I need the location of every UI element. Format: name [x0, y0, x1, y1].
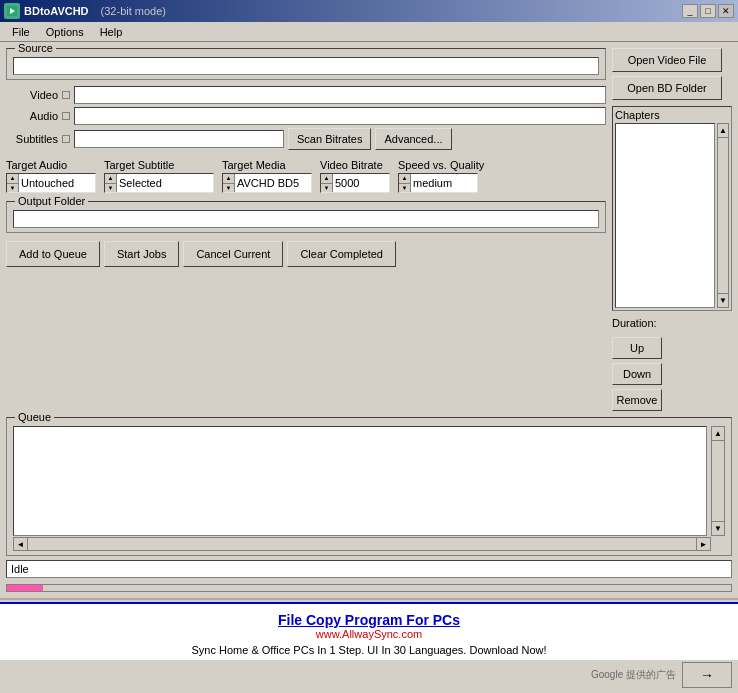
video-label: Video — [6, 89, 58, 101]
output-folder-label: Output Folder — [15, 195, 88, 207]
remove-button[interactable]: Remove — [612, 389, 662, 411]
video-bitrate-value: 5000 — [333, 176, 361, 190]
status-bar: Idle — [6, 560, 732, 578]
video-row: Video — [6, 86, 606, 104]
progress-bar-container — [6, 584, 732, 592]
menu-options[interactable]: Options — [38, 24, 92, 40]
clear-completed-button[interactable]: Clear Completed — [287, 241, 396, 267]
ad-arrow-button[interactable]: → — [682, 662, 732, 688]
app-title: BDtoAVCHD — [24, 5, 89, 17]
target-audio-down[interactable]: ▼ — [7, 184, 18, 193]
target-media-value: AVCHD BD5 — [235, 176, 301, 190]
subtitles-row: Subtitles Scan Bitrates Advanced... — [6, 128, 606, 150]
open-video-button[interactable]: Open Video File — [612, 48, 722, 72]
minimize-button[interactable]: _ — [682, 4, 698, 18]
chapters-label: Chapters — [615, 109, 729, 121]
arrow-icon: → — [700, 667, 714, 683]
open-bd-button[interactable]: Open BD Folder — [612, 76, 722, 100]
audio-spin-icon — [62, 112, 70, 120]
actions-row: Add to Queue Start Jobs Cancel Current C… — [6, 241, 606, 267]
title-bar: BDtoAVCHD (32-bit mode) _ □ ✕ — [0, 0, 738, 22]
app-mode: (32-bit mode) — [101, 5, 166, 17]
scan-bitrates-button[interactable]: Scan Bitrates — [288, 128, 371, 150]
target-subtitle-value: Selected — [117, 176, 164, 190]
speed-quality-label: Speed vs. Quality — [398, 159, 484, 171]
ad-bottom: Google 提供的广告 → — [0, 660, 738, 690]
video-bitrate-up[interactable]: ▲ — [321, 174, 332, 184]
ad-banner: File Copy Program For PCs www.AllwaySync… — [0, 602, 738, 660]
video-input[interactable] — [74, 86, 606, 104]
start-jobs-button[interactable]: Start Jobs — [104, 241, 180, 267]
queue-scroll-down[interactable]: ▼ — [712, 521, 724, 535]
ad-description: Sync Home & Office PCs In 1 Step. UI In … — [4, 644, 734, 656]
menu-file[interactable]: File — [4, 24, 38, 40]
duration-label: Duration: — [612, 317, 732, 329]
scroll-down-arrow[interactable]: ▼ — [718, 293, 728, 307]
speed-quality-up[interactable]: ▲ — [399, 174, 410, 184]
video-bitrate-down[interactable]: ▼ — [321, 184, 332, 193]
audio-label: Audio — [6, 110, 58, 122]
status-text: Idle — [11, 563, 29, 575]
speed-quality-down[interactable]: ▼ — [399, 184, 410, 193]
source-label: Source — [15, 42, 56, 54]
queue-textarea[interactable] — [13, 426, 707, 536]
close-button[interactable]: ✕ — [718, 4, 734, 18]
audio-input[interactable] — [74, 107, 606, 125]
down-button[interactable]: Down — [612, 363, 662, 385]
audio-row: Audio — [6, 107, 606, 125]
app-icon — [4, 3, 20, 19]
queue-group: Queue ▲ ▼ ◄ ► — [6, 417, 732, 556]
source-input[interactable] — [13, 57, 599, 75]
target-subtitle-down[interactable]: ▼ — [105, 184, 116, 193]
queue-scrollbar[interactable]: ▲ ▼ — [711, 426, 725, 536]
maximize-button[interactable]: □ — [700, 4, 716, 18]
queue-section: Queue ▲ ▼ ◄ ► — [6, 417, 732, 556]
target-media-label: Target Media — [222, 159, 286, 171]
queue-scroll-up[interactable]: ▲ — [712, 427, 724, 441]
chapters-list[interactable] — [615, 123, 715, 308]
ad-title[interactable]: File Copy Program For PCs — [4, 612, 734, 628]
chapters-scrollbar[interactable]: ▲ ▼ — [717, 123, 729, 308]
speed-quality-value: medium — [411, 176, 454, 190]
menu-help[interactable]: Help — [92, 24, 131, 40]
target-media-down[interactable]: ▼ — [223, 184, 234, 193]
output-folder-group: Output Folder — [6, 201, 606, 233]
queue-label: Queue — [15, 411, 54, 423]
google-label: Google 提供的广告 — [591, 668, 676, 682]
hscroll-right[interactable]: ► — [696, 538, 710, 550]
target-subtitle-up[interactable]: ▲ — [105, 174, 116, 184]
hscroll-left[interactable]: ◄ — [14, 538, 28, 550]
subtitles-spin-icon — [62, 135, 70, 143]
scroll-up-arrow[interactable]: ▲ — [718, 124, 728, 138]
source-group: Source — [6, 48, 606, 80]
cancel-current-button[interactable]: Cancel Current — [183, 241, 283, 267]
video-spin-icon — [62, 91, 70, 99]
up-button[interactable]: Up — [612, 337, 662, 359]
target-subtitle-label: Target Subtitle — [104, 159, 174, 171]
target-media-up[interactable]: ▲ — [223, 174, 234, 184]
dropdowns-row: Target Audio ▲ ▼ Untouched Target Subtit… — [6, 159, 606, 193]
output-folder-input[interactable] — [13, 210, 599, 228]
menu-bar: File Options Help — [0, 22, 738, 42]
subtitles-input[interactable] — [74, 130, 284, 148]
target-audio-value: Untouched — [19, 176, 76, 190]
ad-url: www.AllwaySync.com — [4, 628, 734, 640]
add-to-queue-button[interactable]: Add to Queue — [6, 241, 100, 267]
video-bitrate-label: Video Bitrate — [320, 159, 383, 171]
target-audio-up[interactable]: ▲ — [7, 174, 18, 184]
progress-bar-fill — [7, 585, 43, 591]
advanced-button[interactable]: Advanced... — [375, 128, 451, 150]
main-window: Source Video Audio Subtitles — [0, 42, 738, 598]
subtitles-label: Subtitles — [6, 133, 58, 145]
target-audio-label: Target Audio — [6, 159, 67, 171]
queue-hscrollbar[interactable]: ◄ ► — [13, 537, 711, 551]
